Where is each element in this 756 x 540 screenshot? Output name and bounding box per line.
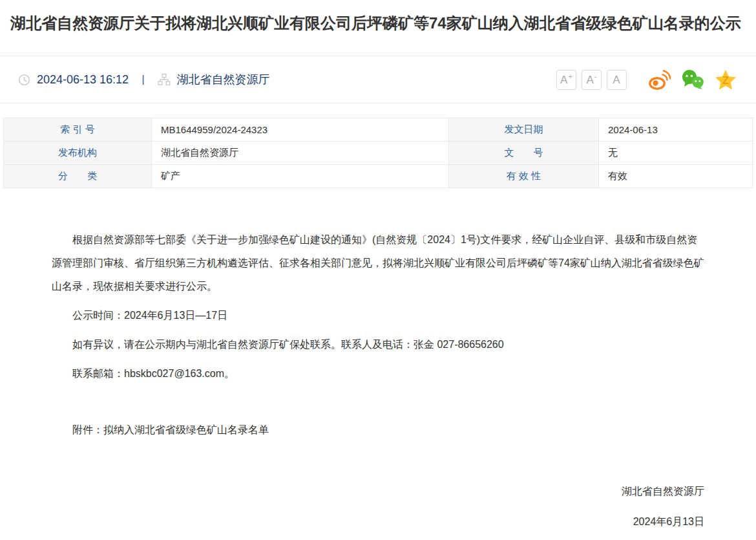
page-title: 湖北省自然资源厅关于拟将湖北兴顺矿业有限公司后坪磷矿等74家矿山纳入湖北省省级绿…: [10, 14, 746, 33]
contact-info: 如有异议，请在公示期内与湖北省自然资源厅矿保处联系。联系人及电话：张金 027-…: [52, 333, 704, 356]
index-number-label: 索 引 号: [4, 118, 152, 142]
font-decrease-button[interactable]: A-: [582, 70, 602, 90]
font-decrease-label: A: [586, 74, 593, 85]
category-label: 分 类: [4, 165, 152, 188]
meta-separator: |: [142, 73, 144, 86]
meta-right: A+ A- A: [556, 69, 737, 91]
attachment-prefix: 附件：: [72, 424, 103, 435]
contact-email: 联系邮箱：hbskbc027@163.com。: [52, 362, 704, 385]
publisher-value: 湖北省自然资源厅: [152, 142, 449, 165]
issue-date-value: 2024-06-13: [599, 118, 753, 142]
validity-label: 有 效 性: [449, 165, 599, 188]
source-name: 湖北省自然资源厅: [177, 72, 270, 87]
svg-text:Z: Z: [722, 74, 729, 86]
title-block: 湖北省自然资源厅关于拟将湖北兴顺矿业有限公司后坪磷矿等74家矿山纳入湖北省省级绿…: [0, 0, 756, 56]
font-reset-label: A: [613, 74, 620, 85]
sitemap-icon: [158, 73, 171, 86]
attachment-line: 附件：拟纳入湖北省省级绿色矿山名录名单: [52, 418, 704, 442]
attachment-link[interactable]: 拟纳入湖北省省级绿色矿山名录名单: [103, 424, 269, 435]
publisher-label: 发布机构: [4, 142, 152, 165]
font-reset-button[interactable]: A: [607, 70, 627, 90]
doc-number-label: 文 号: [449, 142, 599, 165]
table-row: 索 引 号 MB1644959/2024-24323 发文日期 2024-06-…: [4, 118, 753, 142]
table-row: 发布机构 湖北省自然资源厅 文 号 无: [4, 142, 753, 165]
wechat-icon[interactable]: [681, 69, 704, 90]
font-increase-label: A: [560, 74, 567, 85]
font-increase-button[interactable]: A+: [556, 70, 576, 90]
publish-time: 2024-06-13 16:12: [37, 73, 129, 87]
meta-row: 2024-06-13 16:12 | 湖北省自然资源厅 A+ A- A: [0, 56, 756, 103]
signature-date: 2024年6月13日: [52, 510, 704, 534]
announcement-page: 湖北省自然资源厅关于拟将湖北兴顺矿业有限公司后坪磷矿等74家矿山纳入湖北省省级绿…: [0, 0, 756, 540]
doc-number-value: 无: [599, 142, 753, 165]
category-value: 矿产: [152, 165, 449, 188]
info-table: 索 引 号 MB1644959/2024-24323 发文日期 2024-06-…: [3, 118, 753, 188]
issue-date-label: 发文日期: [449, 118, 599, 142]
clock-icon: [18, 74, 30, 86]
index-number-value: MB1644959/2024-24323: [152, 118, 449, 142]
table-row: 分 类 矿产 有 效 性 有效: [4, 165, 753, 188]
signature-org: 湖北省自然资源厅: [52, 480, 704, 503]
body-paragraph: 根据自然资源部等七部委《关于进一步加强绿色矿山建设的通知》(自然资规〔2024〕…: [52, 228, 704, 298]
qzone-star-icon[interactable]: Z: [715, 69, 737, 91]
weibo-icon[interactable]: [649, 69, 671, 90]
publicity-period: 公示时间：2024年6月13日—17日: [52, 304, 704, 327]
validity-value: 有效: [599, 165, 753, 188]
document-body: 根据自然资源部等七部委《关于进一步加强绿色矿山建设的通知》(自然资规〔2024〕…: [0, 228, 756, 534]
meta-left: 2024-06-13 16:12 | 湖北省自然资源厅: [18, 72, 270, 87]
